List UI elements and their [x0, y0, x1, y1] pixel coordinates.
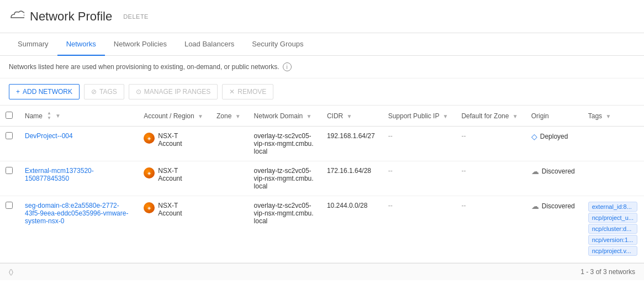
row-checkbox-cell — [0, 161, 18, 196]
row-origin-cell: ☁Discovered — [525, 196, 582, 263]
name-filter-icon[interactable]: ▼ — [55, 113, 61, 119]
pagination-text: 1 - 3 of 3 networks — [580, 268, 635, 276]
zone-filter-icon[interactable]: ▼ — [235, 113, 241, 119]
table-row: External-mcm1373520-150877845350◈NSX-T A… — [0, 161, 644, 196]
support-public-filter-icon[interactable]: ▼ — [443, 113, 448, 119]
info-icon[interactable]: i — [283, 62, 292, 71]
col-tags: Tags ▼ — [582, 106, 644, 127]
network-domain-filter-icon[interactable]: ▼ — [307, 113, 312, 119]
table-footer: 〈〉 1 - 3 of 3 networks — [0, 263, 644, 280]
remove-icon: ✕ — [229, 88, 235, 96]
sidebar-toggle-icon[interactable]: 〈〉 — [9, 268, 13, 276]
row-default-for-zone-cell: -- — [455, 127, 524, 161]
col-cidr: CIDR ▼ — [320, 106, 382, 127]
row-account-cell: ◈NSX-T Account — [137, 161, 210, 196]
tab-security-groups[interactable]: Security Groups — [243, 33, 312, 56]
tab-summary[interactable]: Summary — [9, 33, 57, 56]
row-tags-cell — [582, 161, 644, 196]
col-name-label: Name — [25, 112, 43, 120]
tag-badge: ncp/version:1... — [588, 235, 637, 245]
add-network-label: ADD NETWORK — [23, 88, 72, 96]
networks-table-container: Name ▲ ▼ ▼ Account / Region ▼ Zone ▼ — [0, 106, 644, 263]
page-header: Network Profile DELETE — [0, 0, 644, 33]
row-origin-cell: ◇Deployed — [525, 127, 582, 161]
toolbar: + ADD NETWORK ⊘ TAGS ⊙ MANAGE IP RANGES … — [0, 78, 644, 106]
nsxt-icon: ◈ — [144, 167, 155, 178]
delete-button[interactable]: DELETE — [123, 13, 149, 20]
ip-icon: ⊙ — [136, 88, 141, 96]
nsxt-icon: ◈ — [144, 133, 155, 144]
page-title: Network Profile — [30, 9, 112, 24]
table-row: DevProject--004◈NSX-T Accountoverlay-tz-… — [0, 127, 644, 161]
row-checkbox[interactable] — [6, 132, 13, 139]
tag-badge: ncp/project_u... — [588, 213, 637, 223]
deployed-icon: ◇ — [531, 132, 537, 141]
row-cidr-cell: 10.244.0.0/28 — [320, 196, 382, 263]
tag-badge: external_id:8... — [588, 202, 637, 212]
manage-ip-label: MANAGE IP RANGES — [144, 88, 210, 96]
row-network-domain-cell: overlay-tz-sc2vc05-vip-nsx-mgmt.cmbu.loc… — [247, 196, 320, 263]
tags-button[interactable]: ⊘ TAGS — [84, 84, 124, 99]
cidr-filter-icon[interactable]: ▼ — [347, 113, 352, 119]
row-zone-cell — [210, 196, 247, 263]
row-zone-cell — [210, 161, 247, 196]
tab-load-balancers[interactable]: Load Balancers — [176, 33, 243, 56]
name-sort-icons[interactable]: ▲ ▼ — [47, 111, 51, 120]
network-icon — [9, 8, 24, 25]
sort-asc-icon: ▲ — [47, 111, 51, 115]
tags-filter-icon[interactable]: ▼ — [605, 113, 611, 119]
table-row: seg-domain-c8:e2a5580e-2772-43f5-9eea-ed… — [0, 196, 644, 263]
select-all-cell — [0, 106, 18, 127]
row-checkbox[interactable] — [6, 167, 13, 174]
network-name-link[interactable]: seg-domain-c8:e2a5580e-2772-43f5-9eea-ed… — [25, 202, 128, 225]
plus-icon: + — [16, 88, 20, 96]
row-default-for-zone-cell: -- — [455, 161, 524, 196]
col-zone: Zone ▼ — [210, 106, 247, 127]
support-public-value: -- — [388, 202, 393, 209]
row-checkbox-cell — [0, 196, 18, 263]
footer-left: 〈〉 — [9, 268, 13, 276]
account-filter-icon[interactable]: ▼ — [198, 113, 203, 119]
tab-networks[interactable]: Networks — [57, 33, 105, 56]
select-all-checkbox[interactable] — [6, 112, 13, 119]
remove-button[interactable]: ✕ REMOVE — [222, 84, 273, 99]
col-support-public-ip: Support Public IP ▼ — [382, 106, 455, 127]
default-zone-filter-icon[interactable]: ▼ — [513, 113, 518, 119]
support-public-value: -- — [388, 132, 393, 140]
origin-text: Discovered — [542, 167, 575, 175]
row-support-public-ip-cell: -- — [382, 161, 455, 196]
row-name-cell: DevProject--004 — [18, 127, 137, 161]
row-zone-cell — [210, 127, 247, 161]
row-network-domain-cell: overlay-tz-sc2vc05-vip-nsx-mgmt.cmbu.loc… — [247, 127, 320, 161]
network-name-link[interactable]: DevProject--004 — [25, 132, 73, 140]
row-name-cell: seg-domain-c8:e2a5580e-2772-43f5-9eea-ed… — [18, 196, 137, 263]
info-text: Networks listed here are used when provi… — [9, 63, 279, 71]
network-name-link[interactable]: External-mcm1373520-150877845350 — [25, 167, 94, 182]
add-network-button[interactable]: + ADD NETWORK — [9, 84, 80, 99]
info-bar: Networks listed here are used when provi… — [0, 56, 644, 78]
support-public-value: -- — [388, 167, 393, 175]
manage-ip-ranges-button[interactable]: ⊙ MANAGE IP RANGES — [129, 84, 218, 99]
row-tags-cell — [582, 127, 644, 161]
default-zone-value: -- — [461, 202, 466, 209]
tags-label: TAGS — [99, 88, 117, 96]
col-account-region: Account / Region ▼ — [137, 106, 210, 127]
remove-label: REMOVE — [237, 88, 266, 96]
origin-text: Deployed — [540, 133, 568, 140]
row-origin-cell: ☁Discovered — [525, 161, 582, 196]
row-checkbox[interactable] — [6, 202, 13, 209]
table-header-row: Name ▲ ▼ ▼ Account / Region ▼ Zone ▼ — [0, 106, 644, 127]
tag-badge: ncp/cluster:d... — [588, 224, 637, 234]
row-account-cell: ◈NSX-T Account — [137, 127, 210, 161]
tag-badge: ncp/project.v... — [588, 246, 637, 256]
origin-text: Discovered — [542, 202, 575, 210]
col-origin: Origin — [525, 106, 582, 127]
default-zone-value: -- — [461, 132, 466, 140]
row-account-cell: ◈NSX-T Account — [137, 196, 210, 263]
row-support-public-ip-cell: -- — [382, 127, 455, 161]
row-default-for-zone-cell: -- — [455, 196, 524, 263]
col-default-for-zone: Default for Zone ▼ — [455, 106, 524, 127]
default-zone-value: -- — [461, 167, 466, 175]
row-cidr-cell: 192.168.1.64/27 — [320, 127, 382, 161]
tab-network-policies[interactable]: Network Policies — [105, 33, 176, 56]
